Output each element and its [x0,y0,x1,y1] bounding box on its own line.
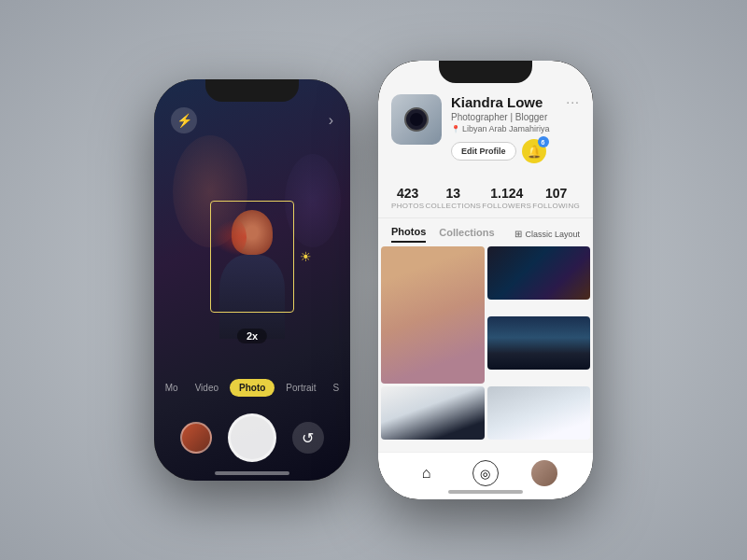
exposure-icon: ☀ [300,249,312,264]
profile-avatar[interactable] [391,94,442,145]
camera-modes: Mo Video Photo Portrait S [154,379,350,397]
collections-count: 13 [425,186,481,202]
mode-photo[interactable]: Photo [230,379,275,397]
profile-screen: ··· Kiandra Lowe Photographer | Blogger … [378,61,593,499]
photo-item-1[interactable] [381,246,485,384]
mode-mo[interactable]: Mo [160,379,184,397]
camera-phone: ⚡ › ☀ 2x Mo Video Photo Portrait S [154,79,350,481]
nav-profile-button[interactable] [531,460,557,486]
location-icon: 📍 [451,125,460,133]
photo-item-3[interactable] [487,316,591,370]
photos-label: PHOTOS [391,202,424,210]
tab-collections[interactable]: Collections [439,227,494,242]
flash-icon: ⚡ [176,113,192,128]
stat-photos: 423 PHOTOS [391,186,424,210]
layout-label: Classic Layout [525,230,580,239]
mode-video[interactable]: Video [190,379,224,397]
flip-camera-button[interactable]: ↺ [292,422,324,454]
profile-actions: Edit Profile 🔔 6 [451,139,580,163]
followers-label: FOLLOWERS [482,202,531,210]
profile-location: 📍 Libyan Arab Jamahiriya [451,124,580,133]
camera-controls: ↺ [154,413,350,462]
profile-notch [439,61,532,83]
photos-grid [378,246,593,452]
zoom-level[interactable]: 2x [237,329,267,343]
camera-notch [205,79,299,102]
bell-icon: 🔔 [527,145,542,159]
last-photo-thumbnail[interactable] [180,422,212,454]
home-bar [215,471,289,475]
nav-home-button[interactable]: ⌂ [414,460,440,486]
shutter-button[interactable] [228,413,276,462]
flash-button[interactable]: ⚡ [171,107,197,133]
notification-badge: 6 [538,136,549,147]
grid-icon: ⊞ [514,229,522,239]
profile-name: Kiandra Lowe [451,94,580,111]
photos-count: 423 [391,186,424,202]
photo-item-4[interactable] [381,386,485,440]
edit-profile-button[interactable]: Edit Profile [451,142,516,161]
stat-collections: 13 COLLECTIONS [425,186,481,210]
stat-following: 107 FOLLOWING [532,186,580,210]
profile-tabs: Photos Collections ⊞ Classic Layout [378,218,593,246]
stat-followers: 1.124 FOLLOWERS [482,186,531,210]
profile-title: Photographer | Blogger [451,112,580,122]
location-text: Libyan Arab Jamahiriya [462,124,550,133]
photo-item-2[interactable] [487,246,591,300]
nav-camera-button[interactable]: ◎ [472,460,499,486]
following-label: FOLLOWING [532,202,580,210]
profile-phone: ··· Kiandra Lowe Photographer | Blogger … [378,61,593,499]
camera-expand-icon[interactable]: › [329,112,333,129]
followers-count: 1.124 [482,186,531,202]
mode-slow[interactable]: S [328,379,345,397]
layout-toggle-button[interactable]: ⊞ Classic Layout [514,229,580,239]
mode-portrait[interactable]: Portrait [280,379,321,397]
camera-screen: ⚡ › ☀ 2x Mo Video Photo Portrait S [154,79,350,481]
focus-box: ☀ [210,201,294,313]
profile-info: Kiandra Lowe Photographer | Blogger 📍 Li… [451,94,580,163]
collections-label: COLLECTIONS [425,202,481,210]
photo-item-5[interactable] [487,386,591,440]
following-count: 107 [532,186,580,202]
flip-icon: ↺ [302,429,314,447]
notifications-button[interactable]: 🔔 6 [522,139,546,163]
profile-top-row: Kiandra Lowe Photographer | Blogger 📍 Li… [391,94,580,163]
profile-stats: 423 PHOTOS 13 COLLECTIONS 1.124 FOLLOWER… [378,180,593,218]
camera-top-bar: ⚡ › [154,107,350,133]
tab-photos[interactable]: Photos [391,226,426,243]
more-options-button[interactable]: ··· [566,94,580,109]
camera-icon: ◎ [480,467,490,481]
home-icon: ⌂ [422,465,431,482]
home-bar-profile [448,490,523,494]
